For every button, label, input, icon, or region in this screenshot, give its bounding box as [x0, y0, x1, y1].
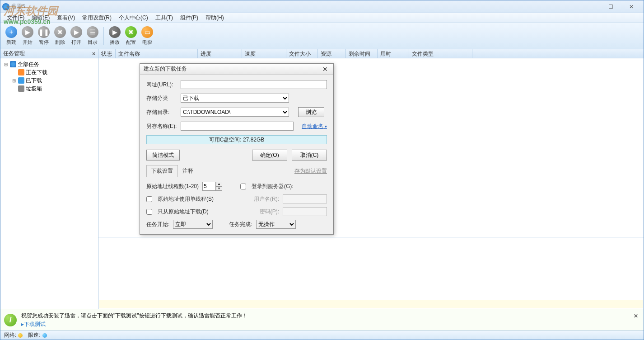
- dialog-close-button[interactable]: ✕: [321, 66, 330, 73]
- category-select[interactable]: 已下载: [181, 94, 289, 103]
- browse-button[interactable]: 浏览: [298, 107, 324, 117]
- tab-comment[interactable]: 注释: [178, 165, 198, 177]
- menu-settings[interactable]: 常用设置(R): [79, 13, 115, 23]
- sidebar-title: 任务管理: [3, 50, 25, 57]
- single-thread-checkbox[interactable]: [146, 196, 152, 202]
- col-remaining[interactable]: 剩余时间: [346, 49, 378, 58]
- dialog-titlebar[interactable]: 建立新的下载任务 ✕: [140, 64, 333, 75]
- task-done-label: 任务完成:: [229, 221, 252, 228]
- col-speed[interactable]: 速度: [242, 49, 286, 58]
- filename-input[interactable]: [181, 122, 294, 131]
- network-status-icon: [18, 333, 23, 338]
- menu-help[interactable]: 帮助(H): [202, 13, 228, 23]
- tree-node-trash[interactable]: 垃圾箱: [9, 85, 97, 93]
- trash-icon: [18, 85, 24, 92]
- toolbar: ＋新建 ▶开始 ❚❚暂停 ✖删除 ▶打开 ☰目录 ▶播放 ✖配置 ▭电影: [0, 23, 644, 49]
- only-orig-checkbox[interactable]: [146, 209, 152, 215]
- close-button[interactable]: ✕: [621, 1, 642, 12]
- pause-icon: ❚❚: [38, 26, 50, 38]
- maximize-button[interactable]: ☐: [600, 1, 621, 12]
- info-bar: i 祝贺您成功安装了迅雷，请点击下面的"下载测试"按钮进行下载测试，确认迅雷能否…: [0, 309, 644, 331]
- tool-open[interactable]: ▶打开: [68, 26, 84, 46]
- password-label: 密码(P):: [260, 208, 279, 216]
- app-logo-icon: [2, 3, 9, 10]
- tree-root-all[interactable]: ⊟ 全部任务: [1, 60, 97, 68]
- speed-limit-icon: [42, 333, 47, 338]
- menu-tools[interactable]: 工具(T): [152, 13, 177, 23]
- task-start-select[interactable]: 立即: [173, 220, 213, 229]
- tree-node-downloading[interactable]: 正在下载: [9, 68, 97, 76]
- col-spacer: [472, 49, 644, 58]
- save-default-link[interactable]: 存为默认设置: [294, 167, 327, 175]
- tool-pause[interactable]: ❚❚暂停: [36, 26, 52, 46]
- play-icon: ▶: [22, 26, 33, 38]
- threads-label: 原始地址线程数(1-20): [146, 183, 199, 190]
- sidebar-close-icon[interactable]: ×: [92, 51, 95, 57]
- tool-start[interactable]: ▶开始: [19, 26, 36, 46]
- detail-panel: [98, 237, 644, 309]
- new-task-dialog: 建立新的下载任务 ✕ 网址(URL): 存储分类 已下载 存储目录: C:\TD…: [140, 63, 334, 235]
- menubar: 文件(F) 编辑(E) 查看(V) 常用设置(R) 个人中心(C) 工具(T) …: [0, 13, 644, 23]
- tool-new[interactable]: ＋新建: [3, 26, 19, 46]
- downloaded-icon: [18, 77, 24, 84]
- collapse-icon[interactable]: ⊟: [3, 62, 9, 67]
- new-icon: ＋: [5, 26, 17, 38]
- task-done-select[interactable]: 无操作: [256, 220, 296, 229]
- status-network[interactable]: 网络:: [4, 331, 23, 339]
- col-elapsed[interactable]: 用时: [378, 49, 409, 58]
- category-label: 存储分类: [146, 94, 181, 102]
- dialog-title: 建立新的下载任务: [144, 65, 321, 73]
- url-input[interactable]: [181, 80, 327, 89]
- ok-button[interactable]: 确定(O): [252, 150, 287, 161]
- tool-delete[interactable]: ✖删除: [52, 26, 68, 46]
- status-speed-limit[interactable]: 限速:: [28, 331, 47, 339]
- titlebar: 迅雷5 — ☐ ✕: [0, 0, 644, 13]
- tool-config[interactable]: ✖配置: [123, 26, 139, 46]
- window-title: 迅雷5: [11, 3, 579, 10]
- tool-movie[interactable]: ▭电影: [139, 26, 155, 46]
- info-message: 祝贺您成功安装了迅雷，请点击下面的"下载测试"按钮进行下载测试，确认迅雷能否正常…: [21, 312, 632, 320]
- statusbar: 网络: 限速:: [0, 331, 644, 340]
- minimize-button[interactable]: —: [579, 1, 600, 12]
- gear-icon: ✖: [125, 26, 137, 38]
- dir-select[interactable]: C:\TDDOWNLOAD\: [181, 108, 289, 117]
- menu-view[interactable]: 查看(V): [53, 13, 79, 23]
- download-test-link[interactable]: 下载测试: [24, 321, 46, 327]
- col-status[interactable]: 状态: [98, 49, 116, 58]
- simple-mode-button[interactable]: 简洁模式: [146, 150, 180, 161]
- menu-components[interactable]: 组件(P): [177, 13, 202, 23]
- expand-icon[interactable]: ⊞: [11, 78, 17, 83]
- cancel-button[interactable]: 取消(C): [292, 150, 327, 161]
- spin-down-icon[interactable]: ▼: [216, 186, 222, 191]
- col-filename[interactable]: 文件名称: [116, 49, 198, 58]
- downloading-icon: [18, 69, 24, 76]
- open-icon: ▶: [70, 26, 82, 38]
- detail-stripe: [99, 300, 643, 308]
- tool-directory[interactable]: ☰目录: [84, 26, 101, 46]
- login-checkbox[interactable]: [240, 184, 246, 189]
- name-label: 另存名称(E):: [146, 123, 181, 130]
- only-orig-label: 只从原始地址下载(D): [158, 208, 209, 216]
- task-tree: ⊟ 全部任务 正在下载 ⊞ 已下载: [0, 58, 98, 309]
- menu-file[interactable]: 文件(F): [3, 13, 28, 23]
- media-play-icon: ▶: [109, 26, 121, 38]
- info-close-button[interactable]: ✕: [632, 311, 640, 321]
- tab-download-settings[interactable]: 下载设置: [146, 165, 178, 177]
- disk-space-bar: 可用C盘空间: 27.82GB: [146, 135, 327, 144]
- menu-account[interactable]: 个人中心(C): [115, 13, 152, 23]
- threads-input[interactable]: [202, 182, 216, 191]
- auto-name-link[interactable]: 自动命名: [302, 123, 327, 130]
- col-progress[interactable]: 进度: [198, 49, 242, 58]
- col-size[interactable]: 文件大小: [286, 49, 318, 58]
- dir-label: 存储目录:: [146, 109, 181, 116]
- task-start-label: 任务开始:: [146, 221, 169, 228]
- col-filetype[interactable]: 文件类型: [409, 49, 472, 58]
- tool-play[interactable]: ▶播放: [107, 26, 123, 46]
- thunder-icon: [10, 61, 16, 67]
- tree-node-downloaded[interactable]: ⊞ 已下载: [9, 76, 97, 85]
- col-resource[interactable]: 资源: [318, 49, 346, 58]
- url-label: 网址(URL):: [146, 81, 181, 89]
- spin-up-icon[interactable]: ▲: [216, 182, 222, 186]
- menu-edit[interactable]: 编辑(E): [28, 13, 53, 23]
- sidebar: 任务管理 × ⊟ 全部任务 正在下载 ⊞: [0, 49, 98, 309]
